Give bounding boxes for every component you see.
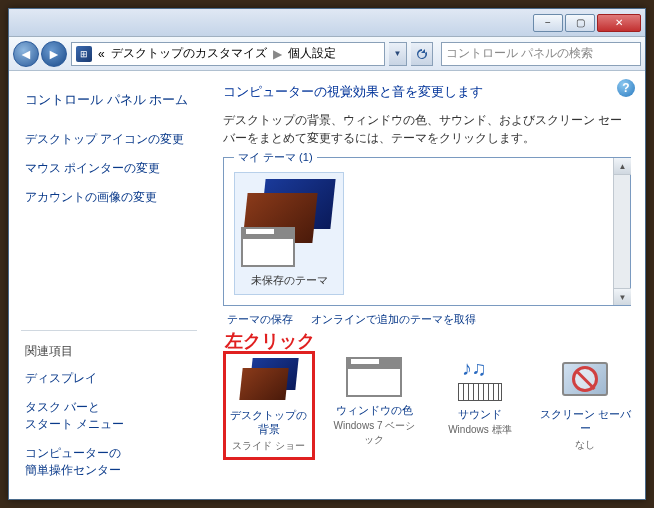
bottom-label: デスクトップの背景 [228,408,310,437]
screensaver-icon [557,357,613,401]
sidebar-link-account-picture[interactable]: アカウントの画像の変更 [21,183,197,212]
wallpaper-icon [239,358,299,402]
link-sound[interactable]: ♪♫ サウンド Windows 標準 [434,357,525,460]
bottom-sub: スライド ショー [228,439,310,453]
window: − ▢ ✕ ◄ ► ⊞ « デスクトップのカスタマイズ ▶ 個人設定 ▼ コント… [8,8,646,500]
link-online-themes[interactable]: オンラインで追加のテーマを取得 [311,312,476,327]
control-panel-icon: ⊞ [76,46,92,62]
nav-buttons: ◄ ► [13,41,67,67]
annotation-left-click: 左クリック [223,329,631,353]
bottom-label: スクリーン セーバー [540,407,631,436]
search-input[interactable]: コントロール パネルの検索 [441,42,641,66]
themes-group-label: マイ テーマ (1) [234,150,317,165]
sidebar-related-ease[interactable]: コンピューターの 簡単操作センター [21,439,197,485]
sidebar-related-taskbar[interactable]: タスク バーと スタート メニュー [21,393,197,439]
content: ? コンピューターの視覚効果と音を変更します デスクトップの背景、ウィンドウの色… [209,71,645,499]
scroll-up[interactable]: ▲ [614,158,631,175]
theme-thumb [241,179,337,267]
help-icon[interactable]: ? [617,79,635,97]
bottom-row: デスクトップの背景 スライド ショー ウィンドウの色 Windows 7 ベーシ… [223,357,631,460]
window-mini-icon [241,227,295,267]
body: コントロール パネル ホーム デスクトップ アイコンの変更 マウス ポインターの… [9,71,645,499]
back-button[interactable]: ◄ [13,41,39,67]
link-window-color[interactable]: ウィンドウの色 Windows 7 ベーシック [329,357,420,460]
themes-group: マイ テーマ (1) 未保存のテーマ ▲ ▼ [223,157,631,306]
bottom-sub: Windows 標準 [434,423,525,437]
sidebar-related-head: 関連項目 [21,339,197,364]
sidebar-home[interactable]: コントロール パネル ホーム [21,85,197,115]
bottom-sub: Windows 7 ベーシック [329,419,420,447]
bottom-sub: なし [540,438,631,452]
titlebar: − ▢ ✕ [9,9,645,37]
sidebar-link-desktop-icons[interactable]: デスクトップ アイコンの変更 [21,125,197,154]
theme-links: テーマの保存 オンラインで追加のテーマを取得 [223,306,631,327]
page-heading: コンピューターの視覚効果と音を変更します [223,83,631,101]
refresh-button[interactable] [411,42,433,66]
link-screensaver[interactable]: スクリーン セーバー なし [540,357,631,460]
forward-button[interactable]: ► [41,41,67,67]
address-bar[interactable]: ⊞ « デスクトップのカスタマイズ ▶ 個人設定 [71,42,385,66]
sidebar-related-display[interactable]: ディスプレイ [21,364,197,393]
bottom-label: ウィンドウの色 [329,403,420,417]
sidebar-separator [21,330,197,331]
breadcrumb-prefix: « [98,47,105,61]
refresh-icon [416,48,428,60]
minimize-button[interactable]: − [533,14,563,32]
breadcrumb-sep: ▶ [273,47,282,61]
scrollbar[interactable]: ▲ ▼ [613,158,630,305]
theme-item-unsaved[interactable]: 未保存のテーマ [234,172,344,295]
sidebar-link-mouse-pointer[interactable]: マウス ポインターの変更 [21,154,197,183]
breadcrumb-2[interactable]: 個人設定 [288,45,336,62]
maximize-button[interactable]: ▢ [565,14,595,32]
toolbar: ◄ ► ⊞ « デスクトップのカスタマイズ ▶ 個人設定 ▼ コントロール パネ… [9,37,645,71]
theme-caption: 未保存のテーマ [241,273,337,288]
scroll-down[interactable]: ▼ [614,288,631,305]
window-color-icon [346,357,402,397]
address-dropdown[interactable]: ▼ [389,42,407,66]
close-button[interactable]: ✕ [597,14,641,32]
bottom-label: サウンド [434,407,525,421]
link-save-theme[interactable]: テーマの保存 [227,312,293,327]
page-desc: デスクトップの背景、ウィンドウの色、サウンド、およびスクリーン セーバーをまとめ… [223,111,631,147]
sidebar: コントロール パネル ホーム デスクトップ アイコンの変更 マウス ポインターの… [9,71,209,499]
sound-icon: ♪♫ [452,357,508,401]
link-desktop-background[interactable]: デスクトップの背景 スライド ショー [223,351,315,460]
breadcrumb-1[interactable]: デスクトップのカスタマイズ [111,45,267,62]
